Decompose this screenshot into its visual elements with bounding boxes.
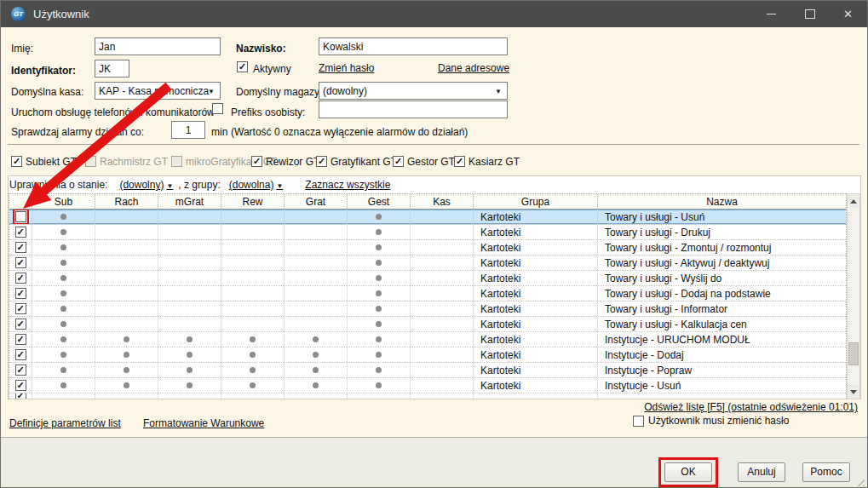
refresh-list-link[interactable]: Odśwież listę [F5] (ostatnie odświeżenie… (644, 401, 858, 413)
conditional-formatting-link[interactable]: Formatowanie Warunkowe (143, 417, 264, 429)
permission-dot (250, 367, 256, 373)
permission-dot (376, 229, 382, 235)
cell-nazwa: Instytucje - Dodaj (598, 347, 846, 362)
permission-dot (376, 352, 382, 358)
cell-kas (411, 255, 474, 270)
vertical-scrollbar[interactable] (847, 193, 860, 399)
row-checkbox[interactable] (15, 334, 26, 345)
scroll-down-button[interactable] (848, 385, 859, 399)
cell-rew (221, 363, 285, 377)
product-label: Rewizor GT (266, 156, 319, 168)
row-checkbox[interactable] (15, 393, 26, 399)
cell-sub (32, 317, 95, 331)
state-filter-dropdown[interactable]: (dowolny)▼ (119, 179, 173, 191)
chevron-down-icon: ▼ (166, 182, 173, 190)
change-password-link[interactable]: Zmień hasło (319, 62, 374, 74)
row-checkbox[interactable] (15, 227, 26, 238)
cell-sub (32, 393, 95, 399)
table-row[interactable]: KartotekiInstytucje - Usuń (9, 378, 846, 393)
resize-grip[interactable] (854, 475, 865, 486)
row-checkbox[interactable] (15, 257, 26, 268)
cell-gest (348, 317, 411, 331)
maximize-button[interactable] (790, 1, 829, 27)
cancel-button[interactable]: Anuluj (738, 462, 785, 482)
column-header-gest[interactable]: Gest (348, 194, 411, 209)
permission-dot (60, 214, 66, 220)
column-header-grat[interactable]: Grat (285, 194, 348, 209)
column-header-grupa[interactable]: Grupa (474, 194, 598, 209)
table-row[interactable]: KartotekiTowary i usługi - Drukuj (9, 225, 846, 240)
product-toggle-gratyfikant-gt[interactable]: Gratyfikant GT (316, 155, 397, 168)
row-checkbox[interactable] (15, 273, 26, 284)
must-change-password-checkbox[interactable] (633, 416, 644, 427)
product-toggle-rewizor-gt[interactable]: Rewizor GT (251, 155, 319, 168)
row-checkbox[interactable] (15, 380, 26, 391)
column-header-nazwa[interactable]: Nazwa (598, 194, 846, 209)
table-row[interactable]: KartotekiTowary i usługi - Aktywuj / dea… (9, 255, 846, 271)
select-all-link[interactable]: Zaznacz wszystkie (305, 179, 390, 191)
row-checkbox[interactable] (15, 288, 26, 299)
product-toggle-gestor-gt[interactable]: Gestor GT (393, 155, 455, 168)
cell-grat (285, 363, 348, 377)
list-parameters-link[interactable]: Definicje parametrów list (9, 417, 121, 429)
row-checkbox[interactable] (15, 349, 26, 360)
identifier-input[interactable] (95, 60, 129, 78)
cell-grupa: Kartoteki (474, 286, 598, 301)
default-cash-dropdown[interactable]: KAP - Kasa pomocnicza ▼ (95, 82, 221, 100)
alarms-interval-input[interactable] (171, 121, 205, 139)
row-checkbox[interactable] (15, 365, 26, 376)
cell-gest (348, 378, 411, 393)
close-button[interactable]: ✕ (829, 1, 867, 27)
table-row[interactable]: KartotekiInstytucje - Popraw (9, 363, 846, 378)
first-name-input[interactable] (95, 37, 221, 55)
last-name-input[interactable] (319, 37, 508, 55)
row-checkbox[interactable] (15, 319, 26, 330)
minimize-icon (767, 14, 776, 14)
table-row[interactable]: KartotekiTowary i usługi - Usuń (9, 210, 846, 225)
row-checkbox[interactable] (15, 303, 26, 314)
product-toggle-subiekt-gt[interactable]: Subiekt GT (11, 155, 77, 168)
row-checkbox[interactable] (15, 242, 26, 253)
table-row[interactable]: KartotekiTowary i usługi - Dodaj na pods… (9, 286, 846, 301)
group-filter-dropdown[interactable]: (dowolna)▼ (229, 179, 284, 191)
personal-prefix-input[interactable] (319, 100, 508, 118)
product-toggle-kasiarz-gt[interactable]: Kasiarz GT (454, 155, 520, 168)
table-row[interactable]: KartotekiTowary i usługi - Informator (9, 301, 846, 317)
table-row[interactable]: KartotekiInstytucje - Dodaj (9, 347, 846, 363)
cell-grupa: Kartoteki (474, 347, 598, 362)
cell-check (9, 210, 32, 224)
product-toggle-rachmistrz-gt[interactable]: Rachmistrz GT (85, 155, 168, 168)
column-header-mgrat[interactable]: mGrat (158, 194, 221, 209)
product-label: Kasiarz GT (468, 156, 520, 168)
scrollbar-thumb[interactable] (848, 342, 859, 365)
cell-kas (411, 301, 474, 316)
cell-grat (285, 378, 348, 393)
phones-checkbox[interactable] (212, 103, 223, 114)
table-row[interactable]: KartotekiTowary i usługi - Zmontuj / roz… (9, 240, 846, 255)
default-warehouse-dropdown[interactable]: (dowolny) ▼ (319, 82, 508, 100)
help-button[interactable]: Pomoc (802, 462, 850, 482)
table-row[interactable] (9, 393, 846, 399)
cell-mgrat (158, 393, 221, 399)
active-checkbox[interactable] (237, 61, 248, 72)
table-row[interactable]: KartotekiTowary i usługi - Wyślij do (9, 271, 846, 286)
column-header-sub[interactable]: Sub (32, 194, 95, 209)
header-checkbox-column[interactable] (9, 194, 32, 209)
column-header-kas[interactable]: Kas (411, 194, 474, 209)
column-header-rach[interactable]: Rach (95, 194, 158, 209)
scroll-up-button[interactable] (848, 194, 859, 208)
app-gt-icon: GT (11, 7, 26, 21)
cell-mgrat (158, 240, 221, 255)
address-data-link[interactable]: Dane adresowe (438, 62, 509, 74)
table-row[interactable]: KartotekiInstytucje - URUCHOM MODUŁ (9, 332, 846, 347)
ok-button[interactable]: OK (664, 462, 712, 482)
row-checkbox-highlighted[interactable] (15, 211, 26, 222)
permission-dot (60, 306, 66, 312)
table-row[interactable]: KartotekiTowary i usługi - Kalkulacja ce… (9, 317, 846, 332)
cell-gest (348, 393, 411, 399)
column-header-rew[interactable]: Rew (221, 194, 285, 209)
alarms-hint: (Wartość 0 oznacza wyłączenie alarmów do… (231, 126, 468, 138)
minimize-button[interactable] (752, 1, 790, 27)
cell-grupa: Kartoteki (474, 271, 598, 285)
cell-check (9, 363, 32, 377)
